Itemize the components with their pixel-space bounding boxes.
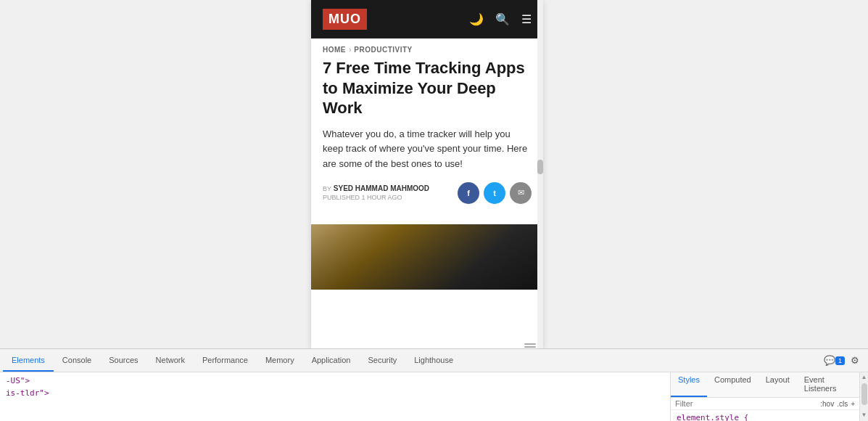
devtools-tabs: Elements Console Sources Network Perform…	[3, 349, 462, 372]
cls-filter[interactable]: .cls	[837, 400, 848, 408]
devtools-toolbar: Elements Console Sources Network Perform…	[0, 349, 868, 372]
devtools-panel: Elements Console Sources Network Perform…	[0, 348, 868, 421]
left-space	[0, 0, 311, 348]
facebook-icon: f	[467, 189, 470, 197]
twitter-icon: t	[493, 189, 496, 197]
devtools-settings-icon[interactable]: ⚙	[851, 355, 859, 366]
resize-line-1	[524, 343, 536, 345]
article-image	[311, 224, 543, 290]
image-overlay	[311, 224, 543, 290]
tab-console[interactable]: Console	[54, 349, 100, 372]
tab-elements[interactable]: Elements	[3, 349, 54, 372]
page-scrollbar[interactable]	[537, 0, 543, 348]
facebook-share-button[interactable]: f	[458, 182, 479, 204]
site-header-icons: 🌙 🔍 ☰	[469, 12, 532, 26]
browser-content: MUO 🌙 🔍 ☰ HOME › PRODUCTIVITY 7 Free Tim…	[0, 0, 868, 348]
site-logo: MUO	[323, 9, 367, 30]
scroll-down-arrow[interactable]: ▼	[861, 412, 867, 418]
breadcrumb: HOME › PRODUCTIVITY	[311, 38, 543, 58]
breadcrumb-category[interactable]: PRODUCTIVITY	[354, 46, 412, 54]
article-author-info: BY SYED HAMMAD MAHMOOD PUBLISHED 1 HOUR …	[323, 184, 429, 201]
styles-content: element.style {	[671, 410, 859, 421]
article-content: 7 Free Time Tracking Apps to Maximize Yo…	[311, 58, 543, 224]
email-icon: ✉	[518, 188, 524, 197]
styles-tabs: Styles Computed Layout Event Listeners	[671, 372, 859, 398]
dark-mode-icon[interactable]: 🌙	[469, 12, 484, 26]
styles-tab-layout[interactable]: Layout	[759, 372, 797, 397]
elements-panel: -US"> is-tldr">	[0, 372, 671, 421]
menu-icon[interactable]: ☰	[521, 12, 532, 26]
article-title: 7 Free Time Tracking Apps to Maximize Yo…	[323, 58, 532, 118]
breadcrumb-home[interactable]: HOME	[323, 46, 346, 54]
element-style-rule: element.style {	[677, 413, 853, 421]
elements-line-1: -US">	[6, 375, 664, 388]
tab-memory[interactable]: Memory	[257, 349, 303, 372]
resize-handle[interactable]	[523, 343, 537, 348]
twitter-share-button[interactable]: t	[484, 182, 505, 204]
styles-tab-event-listeners[interactable]: Event Listeners	[797, 372, 859, 397]
scroll-up-arrow[interactable]: ▲	[861, 374, 867, 380]
publish-time: PUBLISHED 1 HOUR AGO	[323, 194, 429, 201]
tab-application[interactable]: Application	[303, 349, 360, 372]
site-header: MUO 🌙 🔍 ☰	[311, 0, 543, 38]
devtools-scroll-thumb[interactable]	[861, 383, 867, 405]
tab-lighthouse[interactable]: Lighthouse	[405, 349, 462, 372]
devtools-notification-icon[interactable]: 💬 1	[824, 355, 845, 366]
tab-sources[interactable]: Sources	[100, 349, 146, 372]
right-space	[543, 0, 868, 348]
devtools-scrollbar[interactable]: ▲ ▼	[859, 372, 868, 421]
email-share-button[interactable]: ✉	[510, 182, 532, 204]
devtools-body: -US"> is-tldr"> Styles Computed Layout E…	[0, 372, 868, 421]
tab-performance[interactable]: Performance	[194, 349, 257, 372]
elements-line-2: is-tldr">	[6, 388, 664, 400]
scroll-thumb[interactable]	[537, 160, 543, 174]
social-buttons: f t ✉	[458, 182, 532, 204]
styles-tab-styles[interactable]: Styles	[671, 372, 707, 397]
article-meta: BY SYED HAMMAD MAHMOOD PUBLISHED 1 HOUR …	[323, 182, 532, 204]
resize-line-2	[524, 346, 536, 348]
styles-filter-row: :hov .cls +	[671, 398, 859, 410]
tab-network[interactable]: Network	[147, 349, 194, 372]
search-icon[interactable]: 🔍	[495, 12, 510, 26]
styles-tab-computed[interactable]: Computed	[707, 372, 759, 397]
add-style-btn[interactable]: +	[851, 400, 855, 408]
styles-panel: Styles Computed Layout Event Listeners :…	[671, 372, 859, 421]
styles-filter-right: :hov .cls +	[820, 400, 855, 408]
devtools-toolbar-right: 💬 1 ⚙	[824, 349, 865, 372]
article-excerpt: Whatever you do, a time tracker will hel…	[323, 127, 532, 172]
notification-badge: 1	[835, 356, 845, 365]
pseudo-filter[interactable]: :hov	[820, 400, 834, 408]
by-label: BY	[323, 185, 331, 192]
simulated-page: MUO 🌙 🔍 ☰ HOME › PRODUCTIVITY 7 Free Tim…	[311, 0, 543, 348]
tab-security[interactable]: Security	[359, 349, 405, 372]
author-name: SYED HAMMAD MAHMOOD	[334, 184, 429, 192]
breadcrumb-separator: ›	[349, 46, 351, 54]
styles-filter-input[interactable]	[675, 399, 817, 408]
